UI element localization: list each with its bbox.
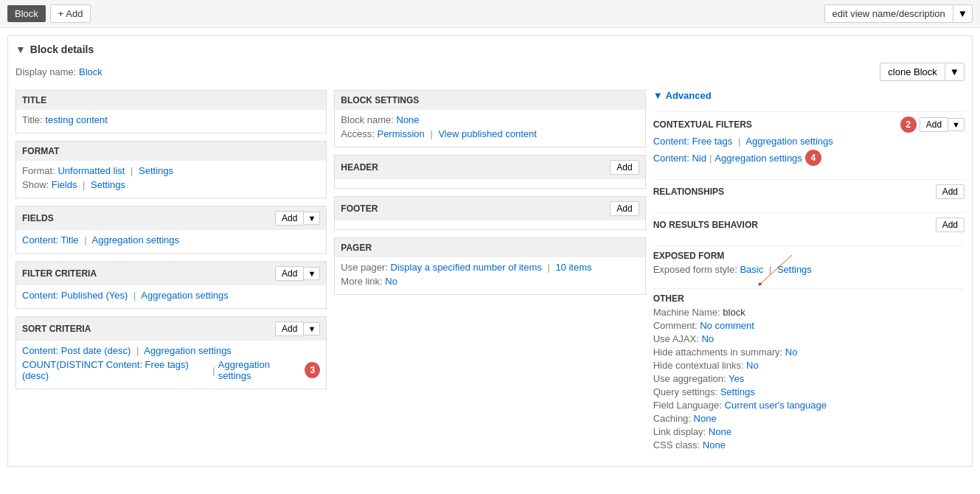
middle-column: BLOCK SETTINGS Block name: None Access: …	[334, 90, 645, 459]
edit-view-dropdown[interactable]: ▼	[953, 4, 973, 23]
clone-block-dropdown[interactable]: ▼	[945, 63, 965, 81]
other-link-display-label: Link display:	[653, 426, 709, 437]
filter-add-button[interactable]: Add	[275, 266, 304, 281]
filter-criteria-label: FILTER CRITERIA	[22, 268, 97, 279]
format-sep: |	[131, 165, 133, 176]
other-link-display-value[interactable]: None	[709, 426, 731, 437]
edit-view-button[interactable]: edit view name/description	[824, 4, 953, 23]
footer-add-button[interactable]: Add	[610, 201, 639, 216]
other-field-language-value[interactable]: Current user's language	[725, 400, 827, 411]
exposed-form-settings-link[interactable]: Settings	[777, 264, 812, 275]
sort-item-0-action[interactable]: Aggregation settings	[144, 345, 232, 356]
exposed-form-section: EXPOSED FORM Exposed form style: Basic |…	[653, 246, 965, 278]
add-button[interactable]: + Add	[50, 4, 91, 23]
sort-item-0-link[interactable]: Content: Post date (desc)	[22, 345, 131, 356]
title-value[interactable]: testing content	[45, 114, 108, 125]
block-name-label: Block name:	[341, 114, 394, 125]
format-label: Format:	[22, 165, 55, 176]
cf-item-1-link[interactable]: Content: Nid	[653, 153, 706, 164]
block-button[interactable]: Block	[7, 5, 46, 22]
fields-section-header: FIELDS Add ▼	[16, 206, 326, 230]
pager-panel: PAGER Use pager: Display a specified num…	[334, 237, 645, 295]
sort-criteria-body: Content: Post date (desc) | Aggregation …	[16, 341, 326, 389]
other-css-class-value[interactable]: None	[703, 439, 726, 450]
other-ajax-value[interactable]: No	[701, 333, 714, 344]
fields-add-group: Add ▼	[275, 211, 320, 226]
contextual-filters-body: Content: Free tags | Aggregation setting…	[653, 136, 965, 166]
pager-section-header: PAGER	[335, 238, 644, 257]
format-value[interactable]: Unformatted list	[58, 165, 125, 176]
relationships-add-button[interactable]: Add	[936, 184, 965, 199]
pager-more-value[interactable]: No	[385, 276, 397, 287]
other-caching-label: Caching:	[653, 413, 694, 424]
filter-add-dropdown[interactable]: ▼	[304, 267, 320, 280]
fields-panel: FIELDS Add ▼ Content: Title | Aggregatio…	[15, 206, 327, 254]
filter-item-0: Content: Published (Yes) | Aggregation s…	[22, 290, 320, 301]
right-column: ▼ Advanced CONTEXTUAL FILTERS 2 Add ▼	[653, 90, 965, 459]
fields-item-0-link[interactable]: Content: Title	[22, 234, 79, 246]
no-results-section: NO RESULTS BEHAVIOR Add	[653, 212, 965, 235]
format-settings-link[interactable]: Settings	[139, 165, 173, 176]
header-section-header: HEADER Add	[335, 156, 644, 179]
exposed-form-label: EXPOSED FORM	[653, 251, 725, 261]
contextual-add-button[interactable]: Add	[920, 117, 948, 132]
relationships-header: RELATIONSHIPS Add	[653, 179, 965, 199]
cf-item-1-action[interactable]: Aggregation settings	[715, 153, 802, 164]
other-link-display: Link display: None	[653, 426, 965, 437]
format-section-header: FORMAT	[16, 142, 326, 161]
top-bar-left: Block + Add	[7, 4, 91, 23]
advanced-arrow-icon: ▼	[653, 90, 663, 101]
other-header: OTHER	[653, 288, 965, 304]
other-caching: Caching: None	[653, 413, 965, 424]
other-comment: Comment: No comment	[653, 320, 965, 331]
fields-add-button[interactable]: Add	[275, 211, 304, 226]
no-results-add-button[interactable]: Add	[936, 218, 965, 232]
other-hide-attachments-label: Hide attachments in summary:	[653, 347, 785, 358]
filter-item-0-action[interactable]: Aggregation settings	[141, 290, 229, 301]
contextual-badge-2: 2	[900, 116, 917, 133]
other-aggregation-value[interactable]: Yes	[729, 373, 744, 384]
sort-add-group: Add ▼	[275, 321, 320, 336]
clone-block-button[interactable]: clone Block	[880, 63, 945, 81]
other-caching-value[interactable]: None	[694, 413, 717, 424]
no-results-label: NO RESULTS BEHAVIOR	[653, 220, 758, 230]
access-permission-link[interactable]: Permission	[377, 128, 424, 139]
cf-item-0-action[interactable]: Aggregation settings	[746, 136, 833, 147]
show-settings-link[interactable]: Settings	[91, 179, 125, 190]
filter-item-0-link[interactable]: Content: Published (Yes)	[22, 290, 128, 301]
fields-add-dropdown[interactable]: ▼	[304, 212, 320, 225]
other-hide-contextual-value[interactable]: No	[746, 360, 759, 371]
access-label: Access:	[341, 128, 375, 139]
other-query-settings-value[interactable]: Settings	[720, 386, 755, 397]
exposed-form-basic-link[interactable]: Basic	[740, 264, 763, 275]
pager-use-value-link[interactable]: Display a specified number of items	[391, 262, 542, 273]
sort-add-dropdown[interactable]: ▼	[304, 322, 320, 335]
other-comment-value[interactable]: No comment	[700, 320, 754, 331]
sort-add-button[interactable]: Add	[275, 321, 304, 336]
other-hide-attachments-value[interactable]: No	[785, 347, 798, 358]
access-view-link[interactable]: View published content	[438, 128, 536, 139]
sort-item-1-link[interactable]: COUNT(DISTINCT Content: Free tags) (desc…	[22, 359, 209, 381]
advanced-header[interactable]: ▼ Advanced	[653, 90, 965, 101]
header-add-button[interactable]: Add	[610, 160, 639, 175]
sort-criteria-panel: SORT CRITERIA Add ▼ Content: Post date (…	[15, 316, 327, 389]
access-row: Access: Permission | View published cont…	[341, 128, 639, 139]
block-details-title: Block details	[30, 44, 94, 55]
cf-item-0: Content: Free tags | Aggregation setting…	[653, 136, 965, 147]
header-label: HEADER	[341, 162, 378, 173]
pager-use-row: Use pager: Display a specified number of…	[341, 262, 639, 273]
pager-items-link[interactable]: 10 items	[555, 262, 591, 273]
block-name-row: Block name: None	[341, 114, 639, 125]
cf-item-0-link[interactable]: Content: Free tags	[653, 136, 733, 147]
fields-header-label: FIELDS	[22, 213, 54, 223]
block-settings-body: Block name: None Access: Permission | Vi…	[335, 110, 644, 147]
title-panel: TITLE Title: testing content	[15, 90, 327, 133]
display-name-value[interactable]: Block	[79, 66, 102, 77]
exposed-form-style-label: Exposed form style:	[653, 264, 737, 275]
show-fields-link[interactable]: Fields	[52, 179, 77, 190]
contextual-filters-section: CONTEXTUAL FILTERS 2 Add ▼ Content: Free…	[653, 111, 965, 169]
fields-item-0-action[interactable]: Aggregation settings	[92, 234, 180, 246]
other-hide-contextual-label: Hide contextual links:	[653, 360, 746, 371]
contextual-add-dropdown[interactable]: ▼	[948, 118, 965, 131]
sort-item-1-action[interactable]: Aggregation settings	[218, 359, 302, 381]
